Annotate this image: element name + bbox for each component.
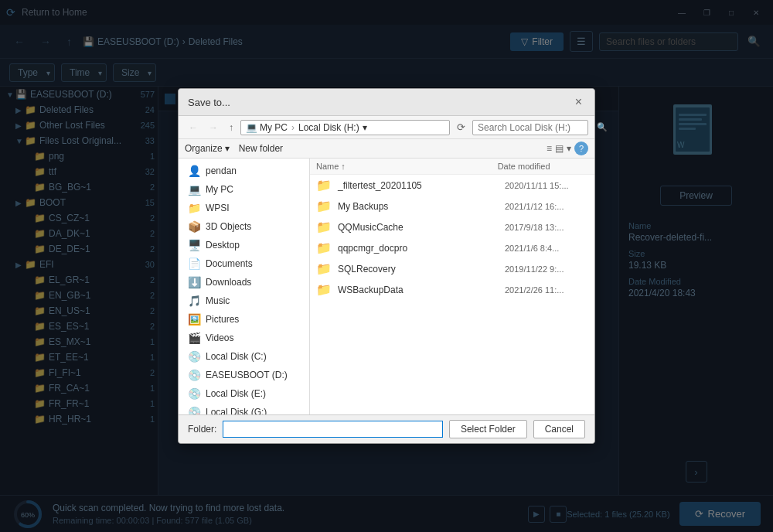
dialog-title-bar: Save to... × bbox=[179, 89, 594, 116]
dialog-tree-label: Videos bbox=[206, 332, 233, 343]
dialog-file-item[interactable]: 📁 _filtertest_20201105 2020/11/11 15:... bbox=[310, 175, 594, 196]
dialog-tree-icon: 📄 bbox=[188, 257, 201, 270]
dialog-tree-icon: 📦 bbox=[188, 220, 201, 233]
dialog-files: 📁 _filtertest_20201105 2020/11/11 15:...… bbox=[310, 175, 594, 300]
dialog-tree-icon: 👤 bbox=[188, 165, 201, 177]
addr-mypc[interactable]: My PC bbox=[260, 122, 288, 133]
dialog-tree-item[interactable]: 📦 3D Objects bbox=[179, 217, 309, 236]
dialog-tree-item[interactable]: 💿 Local Disk (E:) bbox=[179, 384, 309, 403]
dialog-file-date: 2019/11/22 9:... bbox=[505, 264, 588, 274]
view-dropdown-button[interactable]: ▾ bbox=[567, 143, 571, 154]
cancel-dialog-button[interactable]: Cancel bbox=[533, 420, 585, 438]
dialog-breadcrumb: 💻 My PC › Local Disk (H:) bbox=[246, 122, 359, 133]
dialog-tree-label: Local Disk (G:) bbox=[206, 407, 267, 414]
dialog-overlay: Save to... × ← → ↑ 💻 My PC › Local Disk … bbox=[0, 0, 773, 532]
dialog-tree-icon: 💿 bbox=[188, 369, 201, 381]
dialog-file-item[interactable]: 📁 My Backups 2021/1/12 16:... bbox=[310, 196, 594, 217]
dialog-tree-icon: 🎬 bbox=[188, 332, 201, 344]
addr-dropdown-button[interactable]: ▾ bbox=[359, 122, 370, 133]
dialog-file-list: Name ↑ Date modified 📁 _filtertest_20201… bbox=[310, 159, 594, 414]
dialog-file-icon: 📁 bbox=[316, 261, 332, 276]
organize-arrow: ▾ bbox=[225, 143, 230, 154]
dialog-tree-label: Pictures bbox=[206, 314, 239, 325]
dialog-tree-label: Music bbox=[206, 295, 230, 306]
dialog-tree-item[interactable]: 👤 pendan bbox=[179, 162, 309, 180]
dialog-tree-label: EASEUSBOOT (D:) bbox=[206, 370, 288, 380]
dialog-toolbar: Organize ▾ New folder ≡ ▤ ▾ ? bbox=[179, 139, 594, 159]
dialog-footer: Folder: Select Folder Cancel bbox=[179, 414, 594, 443]
dialog-up-button[interactable]: ↑ bbox=[225, 120, 237, 135]
dialog-search-icon: 🔍 bbox=[597, 122, 608, 132]
dialog-tree-icon: ⬇️ bbox=[188, 276, 201, 288]
dialog-tree-item[interactable]: 📁 WPSI bbox=[179, 199, 309, 217]
dialog-col-headers: Name ↑ Date modified bbox=[310, 159, 594, 175]
dialog-tree-icon: 💿 bbox=[188, 406, 201, 414]
view-list-button[interactable]: ≡ bbox=[547, 143, 552, 154]
dialog-file-item[interactable]: 📁 SQLRecovery 2019/11/22 9:... bbox=[310, 258, 594, 279]
dialog-tree-item[interactable]: 🖥️ Desktop bbox=[179, 236, 309, 254]
dialog-file-icon: 📁 bbox=[316, 199, 332, 213]
dialog-tree-item[interactable]: 🎬 Videos bbox=[179, 329, 309, 347]
view-controls: ≡ ▤ ▾ ? bbox=[547, 142, 588, 155]
dialog-nav: ← → ↑ 💻 My PC › Local Disk (H:) ▾ ⟳ 🔍 bbox=[179, 116, 594, 139]
view-details-button[interactable]: ▤ bbox=[555, 143, 564, 154]
dialog-file-item[interactable]: 📁 qqpcmgr_docpro 2021/1/6 8:4... bbox=[310, 237, 594, 258]
dialog-tree-label: Local Disk (C:) bbox=[206, 351, 267, 362]
dialog-file-icon: 📁 bbox=[316, 178, 332, 193]
dialog-tree: 👤 pendan 💻 My PC 📁 WPSI 📦 3D Objects 🖥️ … bbox=[179, 159, 310, 414]
save-dialog: Save to... × ← → ↑ 💻 My PC › Local Disk … bbox=[178, 88, 595, 444]
dialog-tree-item[interactable]: ⬇️ Downloads bbox=[179, 273, 309, 292]
dialog-tree-item[interactable]: 💿 Local Disk (C:) bbox=[179, 347, 309, 366]
dialog-search-input[interactable] bbox=[478, 122, 594, 133]
dialog-file-date: 2020/11/11 15:... bbox=[505, 181, 588, 190]
dialog-refresh-button[interactable]: ⟳ bbox=[453, 119, 469, 135]
dialog-back-button[interactable]: ← bbox=[185, 120, 202, 135]
dialog-tree-label: Documents bbox=[206, 258, 253, 269]
dialog-close-button[interactable]: × bbox=[572, 95, 585, 109]
dialog-tree-label: My PC bbox=[206, 184, 233, 195]
dialog-file-icon: 📁 bbox=[316, 220, 332, 234]
dialog-tree-label: WPSI bbox=[206, 203, 230, 213]
folder-input[interactable] bbox=[223, 421, 443, 438]
dialog-tree-item[interactable]: 🖼️ Pictures bbox=[179, 310, 309, 329]
dialog-file-name: QQMusicCache bbox=[338, 222, 505, 233]
dialog-tree-label: pendan bbox=[206, 165, 237, 176]
dialog-tree-item[interactable]: 💿 Local Disk (G:) bbox=[179, 403, 309, 414]
help-button[interactable]: ? bbox=[574, 142, 588, 155]
dialog-tree-icon: 🎵 bbox=[188, 295, 201, 307]
dialog-tree-item[interactable]: 💿 EASEUSBOOT (D:) bbox=[179, 366, 309, 384]
dialog-tree-item[interactable]: 💻 My PC bbox=[179, 180, 309, 199]
dialog-tree-item[interactable]: 📄 Documents bbox=[179, 254, 309, 273]
dialog-tree-icon: 💻 bbox=[188, 183, 201, 196]
dialog-file-item[interactable]: 📁 WSBackupData 2021/2/26 11:... bbox=[310, 279, 594, 300]
dialog-tree-label: Local Disk (E:) bbox=[206, 388, 266, 399]
dialog-tree-icon: 💿 bbox=[188, 387, 201, 400]
dialog-tree-icon: 🖼️ bbox=[188, 313, 201, 326]
dialog-search-box: 🔍 bbox=[472, 120, 588, 135]
dialog-file-item[interactable]: 📁 QQMusicCache 2017/9/18 13:... bbox=[310, 217, 594, 237]
dialog-tree-label: 3D Objects bbox=[206, 221, 251, 232]
dialog-file-name: WSBackupData bbox=[338, 285, 505, 295]
dialog-forward-button[interactable]: → bbox=[205, 120, 222, 135]
dialog-file-icon: 📁 bbox=[316, 282, 332, 297]
new-folder-button[interactable]: New folder bbox=[239, 143, 283, 154]
dialog-file-name: qqpcmgr_docpro bbox=[338, 243, 505, 254]
dialog-tree-label: Downloads bbox=[206, 277, 251, 288]
dialog-sort-icon: ↑ bbox=[341, 162, 346, 171]
organize-button[interactable]: Organize ▾ bbox=[185, 143, 230, 154]
dialog-col-date: Date modified bbox=[498, 162, 588, 171]
addr-localdisk[interactable]: Local Disk (H:) bbox=[298, 122, 359, 133]
dialog-file-name: _filtertest_20201105 bbox=[338, 180, 505, 191]
dialog-tree-item[interactable]: 🎵 Music bbox=[179, 292, 309, 310]
dialog-tree-icon: 🖥️ bbox=[188, 239, 201, 251]
dialog-tree-label: Desktop bbox=[206, 240, 240, 251]
dialog-col-name: Name ↑ bbox=[316, 162, 498, 171]
dialog-file-date: 2021/1/6 8:4... bbox=[505, 244, 588, 253]
dialog-file-date: 2021/1/12 16:... bbox=[505, 202, 588, 211]
dialog-file-date: 2021/2/26 11:... bbox=[505, 285, 588, 295]
dialog-tree-icon: 💿 bbox=[188, 350, 201, 363]
select-folder-button[interactable]: Select Folder bbox=[449, 420, 527, 438]
folder-label: Folder: bbox=[188, 424, 216, 435]
dialog-file-icon: 📁 bbox=[316, 240, 332, 255]
dialog-file-name: My Backups bbox=[338, 201, 505, 212]
